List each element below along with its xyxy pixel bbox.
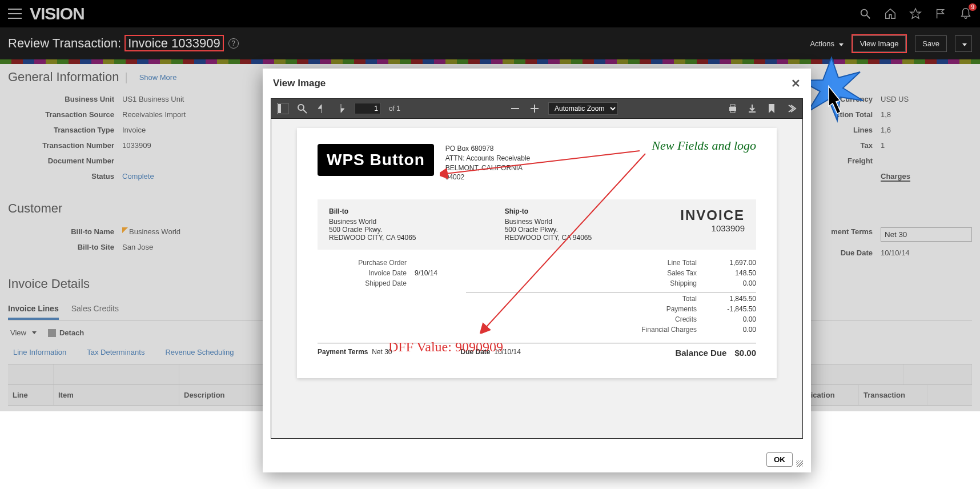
subtab-revenue-scheduling[interactable]: Revenue Scheduling — [160, 345, 239, 359]
svg-rect-4 — [278, 104, 281, 113]
modal-body: of 1 Automatic Zoom New Fields and logo … — [263, 98, 811, 447]
status-value[interactable]: Complete — [122, 172, 154, 181]
zoom-select[interactable]: Automatic Zoom — [548, 102, 618, 115]
payment-terms-field[interactable] — [881, 227, 972, 242]
pdf-search-icon[interactable] — [296, 103, 308, 114]
pdf-page-input[interactable] — [355, 103, 381, 114]
transaction-number-value: 1033909 — [122, 141, 151, 150]
svg-rect-9 — [534, 105, 535, 113]
svg-rect-11 — [730, 105, 735, 107]
chevron-down-icon — [32, 331, 37, 334]
zoom-in-icon[interactable] — [529, 103, 540, 114]
pdf-page: New Fields and logo WPS Button PO Box 68… — [297, 128, 777, 378]
modal-title: View Image — [273, 78, 326, 89]
balance-row: Payment Terms Net 30 Due Date 10/10/14 B… — [318, 343, 756, 358]
transaction-source-label: Transaction Source — [8, 110, 122, 119]
company-address: PO Box 680978 ATTN: Accounts Receivable … — [445, 144, 531, 182]
tax-value: 1 — [881, 141, 885, 150]
transaction-type-label: Transaction Type — [8, 126, 122, 134]
transaction-type-value: Invoice — [122, 126, 146, 134]
transaction-source-value: Receivables Import — [122, 110, 186, 119]
detach-icon — [48, 329, 56, 337]
svg-rect-7 — [511, 108, 519, 109]
sidebar-toggle-icon[interactable] — [277, 103, 288, 114]
resize-handle-icon[interactable] — [796, 460, 803, 467]
next-page-icon[interactable] — [335, 103, 347, 114]
search-icon[interactable] — [859, 7, 871, 20]
page-subheader: Review Transaction: Invoice 1033909 ? Ac… — [0, 27, 980, 59]
bill-to-name-value: Business World — [122, 227, 180, 236]
pdf-toolbar: of 1 Automatic Zoom — [271, 98, 803, 119]
prev-page-icon[interactable] — [316, 103, 327, 114]
charges-link[interactable]: Charges — [881, 172, 910, 182]
page-title: Review Transaction: Invoice 1033909 — [8, 36, 224, 51]
tab-sales-credits[interactable]: Sales Credits — [71, 299, 119, 320]
pdf-viewport[interactable]: New Fields and logo WPS Button PO Box 68… — [271, 119, 803, 439]
save-dropdown-button[interactable] — [955, 35, 972, 52]
print-icon[interactable] — [727, 103, 738, 114]
bill-to-block: Bill-to Business World 500 Oracle Pkwy. … — [329, 207, 505, 242]
download-icon[interactable] — [746, 103, 758, 114]
business-unit-value: US1 Business Unit — [122, 95, 184, 103]
modal-header: View Image ✕ — [263, 69, 811, 98]
show-more-link[interactable]: Show More — [139, 73, 177, 82]
document-number-label: Document Number — [8, 157, 122, 165]
tab-invoice-lines[interactable]: Invoice Lines — [8, 299, 59, 320]
svg-point-5 — [298, 105, 304, 110]
close-icon[interactable]: ✕ — [791, 77, 801, 90]
status-label: Status — [8, 172, 122, 181]
decorative-stripe — [0, 59, 980, 64]
detach-button[interactable]: Detach — [48, 328, 84, 337]
transaction-number-label: Transaction Number — [8, 141, 122, 150]
view-image-button[interactable]: View Image — [853, 35, 906, 52]
business-unit-label: Business Unit — [8, 95, 122, 103]
ship-to-block: Ship-to Business World 500 Oracle Pkwy. … — [505, 207, 681, 242]
save-button[interactable]: Save — [915, 35, 947, 52]
bill-to-name-label: Bill-to Name — [8, 227, 122, 236]
annotation-dff-value: DFF Value: 9090909 — [388, 339, 503, 355]
due-date-value: 10/10/14 — [881, 248, 910, 257]
svg-point-0 — [861, 10, 867, 16]
page-title-highlight: Invoice 1033909 — [124, 35, 223, 51]
lines-value: 1,6 — [881, 126, 891, 134]
ok-button[interactable]: OK — [766, 452, 793, 467]
svg-line-6 — [303, 110, 307, 113]
col-item: Item — [54, 385, 179, 405]
global-header: VISION 9 — [0, 0, 980, 27]
bookmark-icon[interactable] — [766, 103, 777, 114]
view-menu-button[interactable]: View — [10, 328, 37, 337]
view-image-modal: View Image ✕ of 1 Automatic Zoom New Fie… — [263, 69, 811, 472]
bill-to-site-label: Bill-to Site — [8, 243, 122, 251]
invoice-logo: WPS Button — [318, 144, 434, 176]
notifications-icon-wrap[interactable]: 9 — [959, 7, 972, 21]
help-icon[interactable]: ? — [228, 38, 239, 49]
payment-terms-input[interactable] — [881, 227, 972, 242]
transaction-total-value: 1,8 — [881, 110, 891, 119]
subtab-line-info[interactable]: Line Information — [8, 345, 71, 359]
view-image-button-highlight: View Image — [852, 34, 907, 53]
invoice-summary: Purchase Order Invoice Date9/10/14 Shipp… — [318, 258, 756, 335]
star-icon[interactable] — [909, 7, 922, 20]
col-line: Line — [8, 385, 54, 405]
svg-line-1 — [867, 15, 870, 19]
actions-dropdown[interactable]: Actions — [810, 39, 843, 48]
more-tools-icon[interactable] — [785, 103, 797, 114]
home-icon[interactable] — [884, 7, 897, 20]
flag-icon[interactable] — [934, 7, 947, 20]
general-info-heading: General Information — [8, 70, 119, 85]
invoice-title-block: INVOICE 1033909 — [680, 207, 745, 242]
chevron-down-icon — [962, 43, 967, 46]
dirty-indicator-icon — [122, 227, 128, 233]
menu-icon[interactable] — [8, 9, 22, 19]
address-block: Bill-to Business World 500 Oracle Pkwy. … — [318, 199, 756, 250]
actions-label: Actions — [810, 39, 834, 48]
notification-badge: 9 — [969, 3, 977, 11]
pdf-page-total: of 1 — [389, 105, 400, 113]
zoom-out-icon[interactable] — [509, 103, 521, 114]
page-title-prefix: Review Transaction: — [8, 36, 121, 50]
chevron-down-icon — [839, 43, 844, 46]
subtab-tax-determinants[interactable]: Tax Determinants — [82, 345, 150, 359]
currency-value: USD US — [881, 95, 909, 103]
modal-footer: OK — [263, 447, 811, 472]
col-transaction: Transaction — [859, 385, 927, 405]
